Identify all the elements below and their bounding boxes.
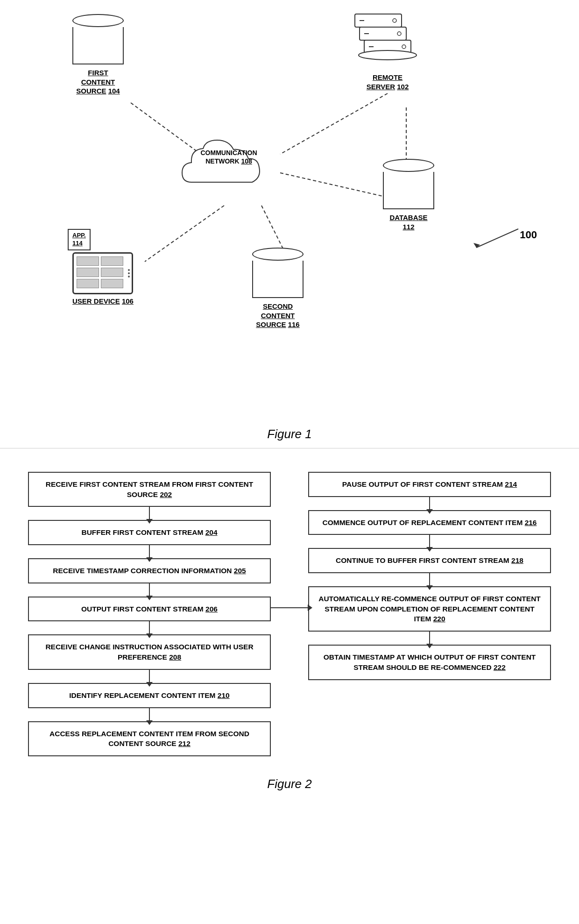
flow-arrow [149, 545, 150, 558]
second-content-source: SECOND CONTENT SOURCE 116 [252, 248, 304, 329]
user-device-label: USER DEVICE 106 [72, 297, 134, 305]
device-grid [77, 256, 123, 288]
cylinder-body [383, 172, 434, 209]
flow-arrow [149, 708, 150, 721]
communication-network: COMMUNICATION NETWORK 108 [173, 135, 285, 198]
arrow-right-line [271, 607, 308, 608]
flow-arrow [429, 535, 430, 548]
database: DATABASE 112 [383, 159, 434, 231]
horizontal-connector [271, 472, 308, 608]
device-cell [101, 256, 123, 266]
first-content-source-label: FIRST CONTENT SOURCE 104 [76, 68, 120, 96]
database-label: DATABASE 112 [389, 213, 427, 231]
svg-point-17 [359, 50, 417, 60]
flow-box-220: AUTOMATICALLY RE-COMMENCE OUTPUT OF FIRS… [308, 586, 551, 632]
left-column: RECEIVE FIRST CONTENT STREAM FROM FIRST … [28, 472, 271, 756]
svg-line-1 [280, 93, 388, 154]
figure1-caption: Figure 1 [0, 423, 579, 441]
flow-arrow [429, 573, 430, 586]
flow-box-218: CONTINUE TO BUFFER FIRST CONTENT STREAM … [308, 548, 551, 573]
cylinder-top [383, 159, 434, 172]
figure2-caption: Figure 2 [9, 777, 570, 791]
flow-arrow [149, 583, 150, 597]
ref-100: 100 [520, 229, 537, 241]
network-label: COMMUNICATION NETWORK 108 [182, 149, 275, 165]
device-cell [101, 268, 123, 277]
flow-box-216: COMMENCE OUTPUT OF REPLACEMENT CONTENT I… [308, 510, 551, 535]
device-cell [77, 256, 99, 266]
flow-arrow [429, 497, 430, 510]
first-content-source: FIRST CONTENT SOURCE 104 [72, 14, 124, 96]
flow-box-206: OUTPUT FIRST CONTENT STREAM 206 [28, 597, 271, 622]
right-column: PAUSE OUTPUT OF FIRST CONTENT STREAM 214… [308, 472, 551, 680]
device-cell [77, 268, 99, 277]
second-content-source-label: SECOND CONTENT SOURCE 116 [256, 302, 299, 329]
figure2-diagram: RECEIVE FIRST CONTENT STREAM FROM FIRST … [0, 448, 579, 805]
cylinder-top [252, 248, 304, 261]
flow-arrow [149, 621, 150, 634]
cylinder-body [252, 261, 304, 298]
flow-box-204: BUFFER FIRST CONTENT STREAM 204 [28, 520, 271, 545]
svg-line-2 [145, 206, 224, 262]
flow-box-222: OBTAIN TIMESTAMP AT WHICH OUTPUT OF FIRS… [308, 645, 551, 680]
remote-server: REMOTE SERVER 102 [350, 9, 425, 91]
cylinder-body [72, 27, 124, 64]
figure1-diagram: FIRST CONTENT SOURCE 104 REMOTE SERVER 1… [0, 0, 579, 448]
flow-box-202: RECEIVE FIRST CONTENT STREAM FROM FIRST … [28, 472, 271, 507]
device-cell [77, 279, 99, 288]
flow-box-212: ACCESS REPLACEMENT CONTENT ITEM FROM SEC… [28, 721, 271, 756]
flow-layout: RECEIVE FIRST CONTENT STREAM FROM FIRST … [9, 462, 570, 766]
flow-box-210: IDENTIFY REPLACEMENT CONTENT ITEM 210 [28, 683, 271, 708]
user-device: APP. 114 USER DEVICE 106 [72, 252, 134, 305]
svg-marker-7 [473, 243, 480, 248]
flow-box-214: PAUSE OUTPUT OF FIRST CONTENT STREAM 214 [308, 472, 551, 497]
svg-line-5 [280, 173, 383, 196]
device-dots [128, 269, 130, 277]
flow-box-205: RECEIVE TIMESTAMP CORRECTION INFORMATION… [28, 558, 271, 583]
svg-line-6 [476, 229, 518, 248]
flow-arrow [429, 632, 430, 645]
device-screen [72, 252, 133, 294]
device-cell [101, 279, 123, 288]
remote-server-label: REMOTE SERVER 102 [350, 73, 425, 91]
flow-arrow [149, 507, 150, 520]
flow-arrow [149, 670, 150, 683]
app-label: APP. 114 [68, 229, 91, 250]
flow-box-208: RECEIVE CHANGE INSTRUCTION ASSOCIATED WI… [28, 634, 271, 669]
cylinder-top [72, 14, 124, 27]
